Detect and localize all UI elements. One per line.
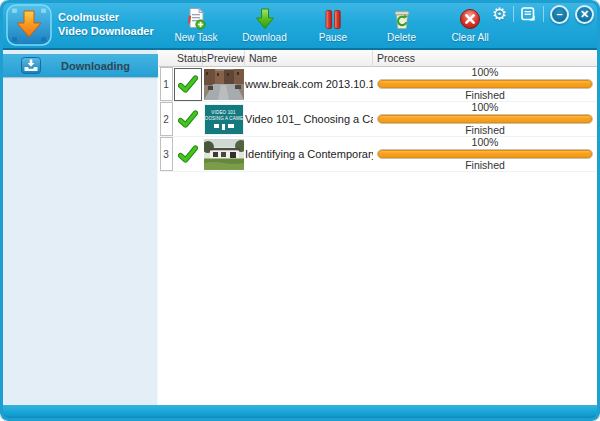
separator (543, 6, 544, 22)
toolbar: New Task Download (168, 4, 498, 48)
video-name: www.break.com 2013.10.17.17 (245, 78, 373, 90)
app-window: Coolmuster Video Downloader (0, 0, 600, 421)
register-button[interactable] (520, 6, 537, 23)
row-index: 1 (160, 67, 173, 101)
app-logo-icon (6, 4, 52, 46)
progress-percent: 100% (472, 137, 499, 148)
status-bar (0, 405, 600, 421)
pause-button[interactable]: Pause (305, 4, 361, 43)
progress-percent: 100% (472, 102, 499, 113)
preview-thumbnail (204, 139, 244, 170)
row-index: 2 (160, 102, 173, 136)
column-header-status[interactable]: Status (173, 50, 203, 67)
close-button[interactable]: ✕ (575, 5, 594, 24)
register-icon (520, 6, 537, 23)
app-title-line1: Coolmuster (58, 10, 154, 24)
video-name: Identifying a Contemporary St (245, 148, 373, 160)
new-task-button[interactable]: New Task (168, 4, 224, 43)
download-icon (254, 7, 276, 30)
sidebar-item-label: Downloading (61, 60, 130, 72)
status-cell[interactable] (174, 68, 202, 101)
progress-bar (377, 114, 593, 124)
green-check-icon (178, 110, 198, 128)
app-title: Coolmuster Video Downloader (58, 10, 154, 38)
preview-thumbnail: VIDEO 101 CHOOSING A CAMERA (204, 104, 244, 135)
green-check-icon (178, 145, 198, 163)
settings-button[interactable]: ⚙ (492, 6, 507, 23)
pause-label: Pause (319, 32, 347, 43)
progress-percent: 100% (472, 67, 499, 78)
progress-bar (377, 79, 593, 89)
camera-icon (214, 124, 219, 128)
progress-status: Finished (465, 125, 505, 136)
download-table: Status Preview Name Process 1 (159, 50, 597, 405)
progress-fill (378, 80, 592, 88)
preview-thumbnail (204, 69, 244, 100)
delete-icon (392, 7, 412, 30)
download-label: Download (242, 32, 286, 43)
main-body: Downloading Status Preview Name Process … (3, 50, 597, 405)
clear-all-label: Clear All (451, 32, 488, 43)
table-row[interactable]: 1 (159, 67, 597, 102)
minimize-button[interactable]: – (550, 5, 569, 24)
window-controls: ⚙ – ✕ (492, 3, 594, 25)
new-task-icon (186, 7, 206, 30)
progress-fill (378, 150, 592, 158)
table-row[interactable]: 2 VIDEO 101 CHOOSING A CAMERA (159, 102, 597, 137)
clear-all-button[interactable]: Clear All (442, 4, 498, 43)
sidebar: Downloading (3, 50, 158, 405)
video-name: Video 101_ Choosing a Camer (245, 113, 373, 125)
preview-caption-line1: VIDEO 101 (212, 109, 236, 114)
green-check-icon (178, 75, 198, 93)
table-header: Status Preview Name Process (159, 50, 597, 67)
app-title-line2: Video Downloader (58, 24, 154, 38)
separator (513, 6, 514, 22)
status-cell[interactable] (174, 138, 202, 171)
column-header-preview[interactable]: Preview (203, 50, 245, 67)
column-header-process[interactable]: Process (373, 50, 597, 67)
phone-icon (222, 124, 225, 130)
progress-status: Finished (465, 90, 505, 101)
row-index: 3 (160, 137, 173, 171)
clear-all-icon (459, 7, 481, 30)
column-header-name[interactable]: Name (245, 50, 373, 67)
download-tray-icon (21, 57, 41, 74)
titlebar: Coolmuster Video Downloader (0, 0, 600, 50)
delete-button[interactable]: Delete (374, 4, 430, 43)
table-row[interactable]: 3 (159, 137, 597, 172)
new-task-label: New Task (174, 32, 217, 43)
pause-icon (323, 7, 343, 30)
status-cell[interactable] (174, 103, 202, 136)
sidebar-item-downloading[interactable]: Downloading (3, 54, 158, 77)
camcorder-icon (228, 124, 234, 128)
download-button[interactable]: Download (237, 4, 293, 43)
progress-status: Finished (465, 160, 505, 171)
preview-caption-line2: CHOOSING A CAMERA (204, 115, 244, 120)
progress-fill (378, 115, 592, 123)
delete-label: Delete (387, 32, 416, 43)
column-header-index (159, 50, 173, 67)
progress-bar (377, 149, 593, 159)
